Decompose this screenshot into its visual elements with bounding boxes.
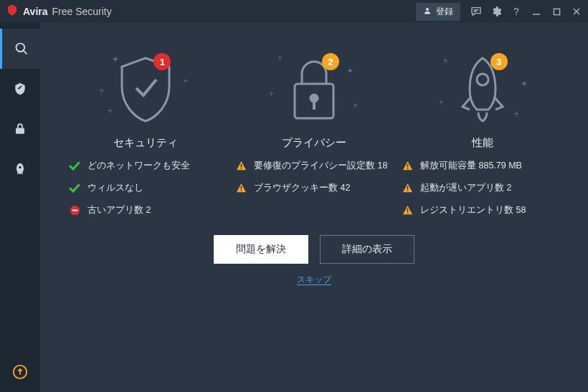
card-privacy-title: プライバシー bbox=[282, 136, 346, 150]
status-item: どのネットワークも安全 bbox=[69, 160, 227, 172]
avira-logo-icon bbox=[6, 4, 19, 19]
svg-rect-18 bbox=[240, 186, 242, 190]
svg-rect-22 bbox=[407, 186, 408, 190]
status-text: 起動が遅いアプリ数 2 bbox=[420, 182, 511, 194]
card-privacy: + + ✦ + 2 プライバシー bbox=[239, 50, 389, 150]
status-item: 解放可能容量 885.79 MB bbox=[402, 160, 559, 172]
status-text: レジストリエントリ数 58 bbox=[420, 204, 526, 216]
status-item: レジストリエントリ数 58 bbox=[402, 204, 559, 216]
svg-rect-20 bbox=[407, 164, 408, 168]
svg-rect-25 bbox=[407, 212, 408, 214]
badge-performance: 3 bbox=[490, 53, 508, 70]
help-icon[interactable]: ? bbox=[511, 6, 522, 17]
register-label: 登録 bbox=[436, 6, 453, 18]
status-item: 要修復のプライバシー設定数 18 bbox=[235, 160, 393, 172]
fix-issues-button[interactable]: 問題を解決 bbox=[214, 235, 308, 264]
sidebar-item-scan[interactable] bbox=[0, 29, 40, 69]
status-col-performance: 解放可能容量 885.79 MB 起動が遅いアプリ数 2 レジストリエントリ数 … bbox=[402, 160, 559, 216]
sidebar-item-performance[interactable] bbox=[0, 149, 40, 189]
card-security: ✦ + + + 1 セキュリティ bbox=[70, 50, 221, 150]
check-ok-icon bbox=[69, 161, 80, 172]
register-button[interactable]: 登録 bbox=[416, 3, 460, 21]
warning-icon bbox=[402, 183, 413, 194]
status-item: ウィルスなし bbox=[69, 182, 227, 194]
status-item: 古いアプリ数 2 bbox=[69, 204, 227, 216]
svg-point-8 bbox=[19, 166, 21, 168]
skip-link[interactable]: スキップ bbox=[297, 274, 331, 286]
user-icon bbox=[423, 6, 432, 17]
status-text: 要修復のプライバシー設定数 18 bbox=[254, 160, 387, 172]
status-item: 起動が遅いアプリ数 2 bbox=[402, 182, 559, 194]
svg-rect-23 bbox=[407, 190, 408, 191]
show-details-button[interactable]: 詳細の表示 bbox=[320, 235, 414, 264]
svg-rect-19 bbox=[240, 190, 242, 191]
svg-rect-7 bbox=[16, 128, 24, 134]
warning-icon bbox=[235, 183, 247, 194]
main-panel: ✦ + + + 1 セキュリティ + + ✦ + bbox=[40, 23, 588, 392]
svg-rect-21 bbox=[407, 168, 408, 169]
titlebar: Avira Free Security 登録 ? bbox=[0, 0, 588, 23]
error-icon bbox=[69, 205, 80, 216]
status-item: ブラウザクッキー数 42 bbox=[235, 182, 393, 194]
svg-rect-15 bbox=[72, 210, 77, 211]
svg-rect-17 bbox=[240, 168, 242, 169]
warning-icon bbox=[235, 161, 247, 172]
status-col-privacy: 要修復のプライバシー設定数 18 ブラウザクッキー数 42 bbox=[235, 160, 393, 216]
maximize-icon[interactable] bbox=[551, 6, 562, 17]
sidebar-item-security[interactable] bbox=[0, 69, 40, 109]
status-text: どのネットワークも安全 bbox=[87, 160, 190, 172]
status-text: ウィルスなし bbox=[87, 182, 143, 194]
sidebar-item-upgrade[interactable] bbox=[0, 352, 40, 392]
check-ok-icon bbox=[69, 183, 80, 194]
card-performance: + + ✦ + 3 性能 bbox=[407, 50, 558, 150]
svg-rect-16 bbox=[240, 164, 242, 168]
settings-gear-icon[interactable] bbox=[490, 6, 502, 17]
warning-icon bbox=[402, 161, 413, 172]
feedback-icon[interactable] bbox=[470, 6, 482, 17]
badge-privacy: 2 bbox=[322, 53, 339, 70]
svg-point-0 bbox=[426, 8, 429, 11]
svg-point-5 bbox=[16, 44, 24, 52]
svg-line-6 bbox=[23, 51, 27, 54]
sidebar bbox=[0, 23, 40, 392]
sidebar-item-privacy[interactable] bbox=[0, 109, 40, 149]
warning-icon bbox=[402, 205, 413, 216]
status-text: 古いアプリ数 2 bbox=[87, 204, 151, 216]
svg-rect-24 bbox=[407, 209, 408, 212]
status-grid: どのネットワークも安全 ウィルスなし 古いアプリ数 2 要修復のプライバシー設定… bbox=[40, 154, 588, 216]
close-icon[interactable] bbox=[571, 6, 582, 17]
status-col-security: どのネットワークも安全 ウィルスなし 古いアプリ数 2 bbox=[69, 160, 227, 216]
svg-point-13 bbox=[477, 74, 488, 85]
status-text: ブラウザクッキー数 42 bbox=[254, 182, 350, 194]
minimize-icon[interactable] bbox=[531, 6, 542, 17]
svg-point-11 bbox=[310, 95, 318, 102]
svg-rect-2 bbox=[554, 9, 559, 14]
card-performance-title: 性能 bbox=[472, 136, 493, 150]
card-security-title: セキュリティ bbox=[113, 136, 178, 150]
status-text: 解放可能容量 885.79 MB bbox=[420, 160, 522, 172]
product-name: Free Security bbox=[52, 6, 112, 17]
brand-name: Avira bbox=[23, 6, 48, 17]
